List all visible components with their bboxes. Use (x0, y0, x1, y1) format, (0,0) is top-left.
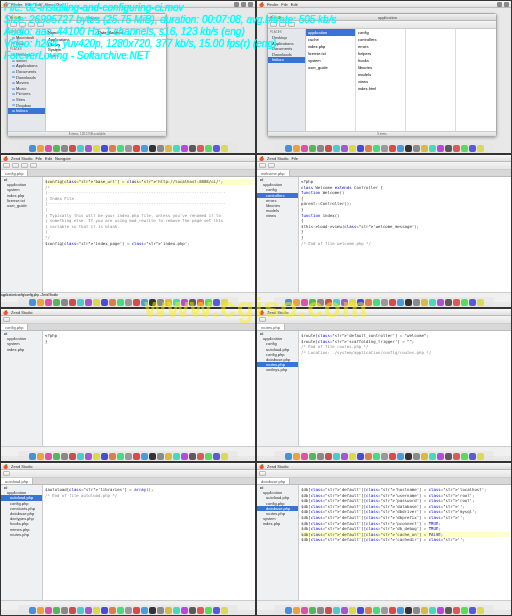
dock-app-icon[interactable] (333, 453, 340, 460)
dock-app-icon[interactable] (317, 453, 324, 460)
dock-app-icon[interactable] (349, 145, 356, 152)
dock-app-icon[interactable] (309, 607, 316, 614)
dock-app-icon[interactable] (165, 145, 172, 152)
tab[interactable]: autoload.php (1, 478, 33, 484)
tab[interactable]: config.php (1, 324, 28, 330)
dock-app-icon[interactable] (357, 145, 364, 152)
dock-app-icon[interactable] (133, 453, 140, 460)
dock-app-icon[interactable] (197, 145, 204, 152)
new-button[interactable] (259, 471, 266, 476)
dock-app-icon[interactable] (197, 607, 204, 614)
dock-app-icon[interactable] (109, 299, 116, 306)
col-item[interactable]: views (356, 78, 405, 85)
dock-app-icon[interactable] (461, 299, 468, 306)
dock-app-icon[interactable] (477, 453, 484, 460)
dock-app-icon[interactable] (101, 145, 108, 152)
col-item[interactable]: models (356, 71, 405, 78)
dock-app-icon[interactable] (53, 453, 60, 460)
dock-app-icon[interactable] (429, 299, 436, 306)
dock-app-icon[interactable] (29, 145, 36, 152)
debug-button[interactable] (30, 163, 37, 168)
dock-app-icon[interactable] (53, 607, 60, 614)
dock-app-icon[interactable] (93, 453, 100, 460)
dock-app-icon[interactable] (453, 607, 460, 614)
dock-app-icon[interactable] (197, 299, 204, 306)
dock-app-icon[interactable] (77, 607, 84, 614)
dock-app-icon[interactable] (181, 145, 188, 152)
dock-app-icon[interactable] (341, 607, 348, 614)
dock-app-icon[interactable] (421, 145, 428, 152)
sidebar-item-htdocs[interactable]: htdocs (8, 108, 45, 114)
dock-app-icon[interactable] (101, 299, 108, 306)
dock-app-icon[interactable] (173, 299, 180, 306)
dock-app-icon[interactable] (389, 607, 396, 614)
col-item[interactable]: user_guide (306, 64, 355, 71)
dock-app-icon[interactable] (349, 299, 356, 306)
dock-app-icon[interactable] (157, 453, 164, 460)
dock-app-icon[interactable] (29, 607, 36, 614)
dock-app-icon[interactable] (301, 145, 308, 152)
dock-app-icon[interactable] (301, 607, 308, 614)
dock-app-icon[interactable] (53, 299, 60, 306)
dock-app-icon[interactable] (205, 299, 212, 306)
dock-app-icon[interactable] (45, 453, 52, 460)
col-item[interactable]: controllers (356, 36, 405, 43)
dock-app-icon[interactable] (405, 607, 412, 614)
dock-app-icon[interactable] (213, 299, 220, 306)
dock-app-icon[interactable] (349, 607, 356, 614)
dock-app-icon[interactable] (285, 453, 292, 460)
tree-item[interactable]: user_guide (1, 203, 42, 208)
menu-item[interactable]: Zend Studio (11, 310, 33, 315)
dock-app-icon[interactable] (189, 299, 196, 306)
dock-app-icon[interactable] (445, 607, 452, 614)
menu-item[interactable]: Zend Studio (267, 464, 289, 469)
code-editor[interactable]: $route[class="str">'default_controller']… (299, 331, 511, 446)
dock-app-icon[interactable] (405, 299, 412, 306)
dock-app-icon[interactable] (45, 299, 52, 306)
dock-app-icon[interactable] (285, 145, 292, 152)
dock-app-icon[interactable] (469, 453, 476, 460)
run-button[interactable] (21, 163, 28, 168)
col-item[interactable]: hooks (356, 57, 405, 64)
dock-app-icon[interactable] (469, 145, 476, 152)
apple-menu-icon[interactable]: 🍎 (3, 156, 8, 161)
save-button[interactable] (268, 163, 275, 168)
dock-app-icon[interactable] (141, 145, 148, 152)
dock-app-icon[interactable] (413, 145, 420, 152)
dock-app-icon[interactable] (341, 453, 348, 460)
dock-app-icon[interactable] (349, 453, 356, 460)
col-item[interactable]: index.html (356, 85, 405, 92)
dock-app-icon[interactable] (325, 145, 332, 152)
dock-app-icon[interactable] (197, 453, 204, 460)
dock-app-icon[interactable] (109, 453, 116, 460)
code-editor[interactable]: $db[class="str">'default'][class="str">'… (299, 485, 511, 600)
tab[interactable]: routes.php (257, 324, 285, 330)
dock-app-icon[interactable] (373, 453, 380, 460)
menu-item[interactable]: Zend Studio (267, 310, 289, 315)
dock-app-icon[interactable] (221, 607, 228, 614)
code-editor[interactable]: <?php} (43, 331, 255, 446)
dock-app-icon[interactable] (37, 607, 44, 614)
dock-app-icon[interactable] (61, 607, 68, 614)
dock-app-icon[interactable] (317, 145, 324, 152)
dock-app-icon[interactable] (157, 607, 164, 614)
new-button[interactable] (3, 471, 10, 476)
dock-app-icon[interactable] (429, 453, 436, 460)
menu-item[interactable]: Navigate (55, 156, 71, 161)
dock-app-icon[interactable] (221, 145, 228, 152)
dock-app-icon[interactable] (157, 299, 164, 306)
apple-menu-icon[interactable]: 🍎 (259, 310, 264, 315)
dock-app-icon[interactable] (469, 299, 476, 306)
dock-app-icon[interactable] (333, 145, 340, 152)
dock-app-icon[interactable] (397, 145, 404, 152)
dock-app-icon[interactable] (29, 299, 36, 306)
dock-app-icon[interactable] (429, 145, 436, 152)
dock-app-icon[interactable] (61, 453, 68, 460)
menubar[interactable]: 🍎 Zend Studio File Edit Navigate (1, 155, 255, 162)
dock-app-icon[interactable] (69, 145, 76, 152)
dock-app-icon[interactable] (373, 299, 380, 306)
dock-app-icon[interactable] (373, 607, 380, 614)
dock-app-icon[interactable] (461, 607, 468, 614)
dock-app-icon[interactable] (205, 145, 212, 152)
dock-app-icon[interactable] (157, 145, 164, 152)
